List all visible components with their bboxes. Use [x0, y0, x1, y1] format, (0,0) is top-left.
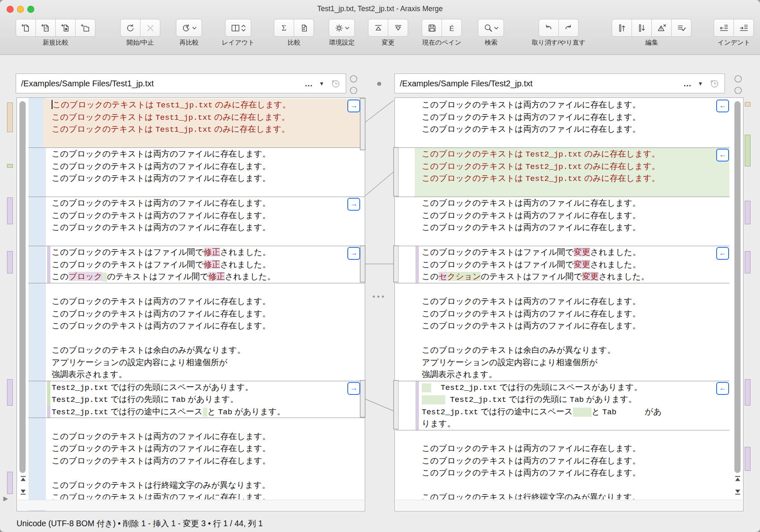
path-dropdown-icon[interactable]: ▼: [698, 81, 703, 87]
path-menu-ellipsis-icon[interactable]: …: [304, 79, 313, 88]
chevron-down-icon: [494, 26, 499, 30]
path-dropdown-icon[interactable]: ▼: [319, 81, 324, 87]
encoding-icon: É: [447, 23, 457, 33]
indent-button[interactable]: [734, 19, 754, 37]
copy-to-right-button[interactable]: →: [347, 247, 360, 260]
new-image-comparison-button[interactable]: [55, 19, 76, 37]
overview-marker-green[interactable]: [745, 135, 750, 166]
horizontal-scrollbar[interactable]: [396, 500, 742, 510]
last-change-button[interactable]: [734, 488, 742, 496]
copy-to-left-button[interactable]: ←: [716, 382, 729, 395]
encoding-button[interactable]: É: [442, 19, 462, 37]
scrollbar-thumb[interactable]: [19, 101, 26, 473]
overview-marker-purple[interactable]: [7, 197, 13, 224]
overview-marker-purple[interactable]: [7, 251, 13, 273]
overview-marker-tan[interactable]: [7, 102, 13, 132]
start-button[interactable]: [120, 19, 140, 37]
push-up-button[interactable]: [612, 19, 632, 37]
change-strip: [47, 259, 50, 271]
inline-change-highlight: [422, 383, 431, 392]
copy-to-left-button[interactable]: ←: [716, 100, 729, 112]
copy-to-left-button[interactable]: ←: [716, 247, 729, 260]
diff-pane-right[interactable]: このブロックのテキストは両方のファイルに存在します。このブロックのテキストは両方…: [394, 97, 743, 511]
ignore-change-button[interactable]: [651, 19, 672, 37]
stop-button[interactable]: [140, 19, 160, 37]
new-folder-comparison-button[interactable]: [75, 19, 95, 37]
diff-line: Test2_jp.txt では行の先頭にスペースがあります。: [396, 381, 729, 394]
push-down-button[interactable]: [632, 19, 652, 37]
copy-to-right-button[interactable]: →: [347, 198, 360, 211]
overview-marker-green[interactable]: [7, 164, 13, 168]
diff-line: このブロックのテキストは余白のみが異なります。: [28, 344, 365, 356]
file-path-field-left[interactable]: /Examples/Sample Files/Test1_jp.txt … ▼: [16, 74, 346, 93]
diff-line: このブロックのテキストは両方のファイルに存在します。: [28, 209, 365, 222]
text-segment: Test1_jp.txt: [155, 113, 212, 122]
diff-block-same: このブロックのテキストは両方のファイルに存在します。このブロックのテキストは両方…: [396, 283, 729, 381]
summary-sigma-button[interactable]: Σ: [274, 19, 294, 37]
diff-line: このブロックのテキストは余白のみが異なります。: [396, 344, 729, 356]
first-change-button[interactable]: [19, 475, 28, 484]
copy-to-left-button[interactable]: ←: [716, 149, 729, 162]
diff-line: [28, 234, 365, 246]
undo-icon: [544, 23, 553, 33]
diff-line: このブロックのテキストは両方のファイルに存在します。: [396, 320, 729, 332]
expand-triangle-icon[interactable]: ▶: [3, 495, 8, 502]
next-change-button[interactable]: [388, 19, 408, 37]
overview-marker-tan[interactable]: [745, 102, 750, 107]
redo-button[interactable]: [558, 19, 579, 37]
toolbar-group-label: 新規比較: [43, 38, 69, 47]
text-segment: [617, 408, 645, 417]
search-button[interactable]: [478, 19, 504, 37]
new-binary-comparison-button[interactable]: 01: [36, 19, 56, 37]
copy-to-right-button[interactable]: →: [347, 382, 360, 395]
diff-line: このブロックのテキストは行終端文字のみが異なります。: [28, 479, 365, 492]
change-strip: [416, 418, 419, 430]
pane-link-circles[interactable]: [734, 75, 743, 94]
overview-marker-purple[interactable]: [7, 472, 13, 494]
text-segment: このブロックのテキストは両方のファイルに存在します。: [52, 149, 271, 158]
first-change-button[interactable]: [734, 475, 742, 484]
history-clock-icon[interactable]: [709, 78, 720, 89]
pane-link-circles[interactable]: [349, 75, 358, 94]
recompare-button[interactable]: [176, 19, 202, 37]
text-segment: このブロックのテキストは両方のファイルに存在します。: [52, 297, 271, 306]
toolbar-group-label: 取り消す/やり直す: [532, 38, 585, 47]
history-clock-icon[interactable]: [330, 78, 341, 89]
copy-to-right-button[interactable]: →: [347, 100, 360, 112]
layout-button[interactable]: [225, 19, 251, 37]
diff-rows: このブロックのテキストは両方のファイルに存在します。このブロックのテキストは両方…: [396, 99, 729, 499]
overview-marker-purple[interactable]: [745, 379, 750, 406]
text-segment: このブロックのテキストは両方のファイルに存在します。: [422, 223, 641, 232]
undo-button[interactable]: [539, 19, 559, 37]
text-segment: があります。: [185, 394, 238, 404]
text-segment: このブロックのテキストは両方のファイルに存在します。: [52, 198, 271, 207]
vertical-scrollbar[interactable]: [18, 99, 28, 499]
overview-marker-purple[interactable]: [745, 447, 750, 471]
new-text-comparison-button[interactable]: [16, 19, 36, 37]
previous-change-button[interactable]: [368, 19, 388, 37]
diff-pane-left[interactable]: このブロックのテキストは Test1_jp.txt のみに存在します。このブロッ…: [17, 97, 365, 511]
save-button[interactable]: [422, 19, 442, 37]
accept-change-button[interactable]: [671, 19, 691, 37]
text-segment: Tab: [570, 395, 584, 404]
overview-marker-purple[interactable]: [745, 251, 750, 273]
text-segment: では行の先頭に: [506, 394, 570, 404]
diff-block-diff: Test2_jp.txt では行の先頭にスペースがあります。Test2_jp.t…: [28, 381, 365, 418]
scrollbar-thumb[interactable]: [734, 101, 741, 473]
report-document-button[interactable]: [294, 19, 314, 37]
overview-marker-purple[interactable]: [7, 379, 13, 406]
connector-line: [365, 100, 394, 122]
accept-change-icon: [677, 23, 686, 33]
outdent-button[interactable]: [714, 19, 734, 37]
text-segment: このブロックのテキストは両方のファイルに存在します。: [422, 297, 641, 306]
diff-line: このブロックのテキストは両方のファイルに存在します。: [396, 308, 729, 320]
diff-line: このブロックのテキストはファイル間で修正されました。: [28, 246, 365, 259]
overview-marker-purple[interactable]: [745, 201, 750, 224]
toolbar-group-label: インデント: [717, 38, 750, 47]
vertical-scrollbar[interactable]: [733, 99, 743, 499]
last-change-button[interactable]: [19, 488, 28, 496]
settings-gear-button[interactable]: [329, 19, 355, 37]
horizontal-scrollbar[interactable]: [18, 500, 364, 510]
file-path-field-right[interactable]: /Examples/Sample Files/Test2_jp.txt … ▼: [394, 74, 725, 93]
path-menu-ellipsis-icon[interactable]: …: [683, 79, 692, 88]
